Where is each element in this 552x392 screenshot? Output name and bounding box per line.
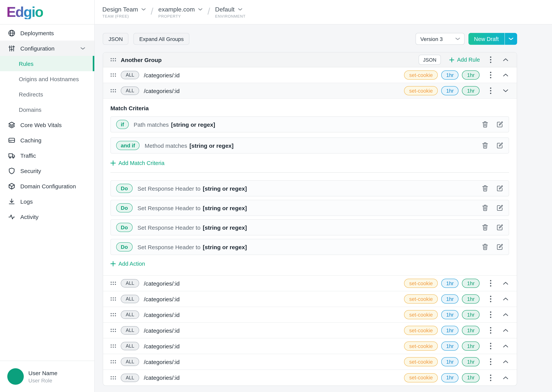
expand-all-groups-button[interactable]: Expand All Groups bbox=[134, 33, 189, 45]
avatar[interactable] bbox=[7, 368, 24, 385]
sidebar-item-origins-and-hostnames[interactable]: Origins and Hostnames bbox=[0, 71, 94, 86]
drag-handle-icon[interactable] bbox=[110, 281, 116, 285]
expand-rule-chevron-icon[interactable] bbox=[503, 282, 508, 285]
sidebar-item-security[interactable]: Security bbox=[0, 163, 94, 178]
sidebar-nav: Deployments Configuration Rules Origins … bbox=[0, 25, 94, 224]
browser-ttl-tag: 1hr bbox=[462, 310, 479, 319]
drag-handle-icon[interactable] bbox=[110, 89, 116, 93]
new-draft-button[interactable]: New Draft bbox=[468, 33, 504, 45]
rule-path: /categories/:id bbox=[144, 87, 180, 94]
expand-rule-chevron-icon[interactable] bbox=[503, 89, 508, 92]
new-draft-menu-button[interactable] bbox=[504, 33, 517, 45]
expand-rule-chevron-icon[interactable] bbox=[503, 73, 508, 77]
browser-ttl-tag: 1hr bbox=[462, 294, 479, 304]
kebab-menu-icon[interactable] bbox=[490, 358, 491, 365]
top-bar: Edgio Design Team TEAM (FREE) / example.… bbox=[0, 0, 552, 25]
edit-button[interactable] bbox=[496, 142, 503, 149]
rule-path: /categories/:id bbox=[144, 327, 180, 334]
edit-button[interactable] bbox=[496, 185, 503, 192]
kebab-menu-icon[interactable] bbox=[490, 280, 491, 287]
rule-row[interactable]: ALL /categories/:id set-cookie 1hr 1hr bbox=[103, 338, 517, 354]
edit-button[interactable] bbox=[496, 204, 503, 211]
drag-handle-icon[interactable] bbox=[110, 344, 116, 348]
sidebar-item-label: Core Web Vitals bbox=[20, 122, 62, 128]
drag-handle-icon[interactable] bbox=[110, 329, 116, 332]
drag-handle-icon[interactable] bbox=[110, 360, 116, 364]
breadcrumb-team[interactable]: Design Team TEAM (FREE) bbox=[102, 6, 146, 18]
kebab-menu-icon[interactable] bbox=[490, 343, 491, 350]
kebab-menu-icon[interactable] bbox=[490, 87, 491, 94]
rule-row[interactable]: ALL /categories/:id set-cookie 1hr 1hr bbox=[103, 276, 517, 291]
condition-pill: if bbox=[116, 120, 129, 129]
rule-row[interactable]: ALL /categories/:id set-cookie 1hr 1hr bbox=[103, 354, 517, 370]
sidebar-item-core-web-vitals[interactable]: Core Web Vitals bbox=[0, 117, 94, 133]
edit-button[interactable] bbox=[496, 224, 503, 231]
json-view-button[interactable]: JSON bbox=[103, 33, 129, 45]
rule-row[interactable]: ALL /categories/:id set-cookie 1hr 1hr bbox=[103, 67, 517, 83]
action-value: [string or regex] bbox=[203, 185, 247, 192]
drag-handle-icon[interactable] bbox=[110, 376, 116, 379]
sidebar-item-logs[interactable]: Logs bbox=[0, 194, 94, 209]
match-criteria-title: Match Criteria bbox=[110, 105, 509, 112]
do-pill: Do bbox=[116, 223, 132, 232]
sidebar-item-domains[interactable]: Domains bbox=[0, 102, 94, 117]
shield-icon bbox=[8, 167, 15, 174]
expand-rule-chevron-icon[interactable] bbox=[503, 376, 508, 379]
drag-handle-icon[interactable] bbox=[110, 313, 116, 317]
breadcrumb-environment[interactable]: Default ENVIRONMENT bbox=[215, 6, 246, 18]
expand-rule-chevron-icon[interactable] bbox=[503, 344, 508, 348]
rule-row[interactable]: ALL /categories/:id set-cookie 1hr 1hr bbox=[103, 291, 517, 307]
method-badge: ALL bbox=[121, 310, 139, 319]
delete-button[interactable] bbox=[482, 204, 488, 211]
rule-row[interactable]: ALL /categories/:id set-cookie 1hr 1hr bbox=[103, 307, 517, 323]
globe-icon bbox=[8, 29, 15, 36]
drag-handle-icon[interactable] bbox=[110, 297, 116, 301]
set-cookie-tag: set-cookie bbox=[404, 294, 438, 304]
add-action-button[interactable]: Add Action bbox=[110, 261, 509, 267]
add-rule-button[interactable]: Add Rule bbox=[450, 57, 480, 63]
sidebar-item-caching[interactable]: Caching bbox=[0, 133, 94, 148]
expand-rule-chevron-icon[interactable] bbox=[503, 297, 508, 301]
sidebar-item-traffic[interactable]: Traffic bbox=[0, 148, 94, 163]
delete-button[interactable] bbox=[482, 185, 488, 192]
drag-handle-icon[interactable] bbox=[110, 73, 116, 77]
edit-button[interactable] bbox=[496, 244, 503, 250]
kebab-menu-icon[interactable] bbox=[490, 295, 491, 302]
browser-ttl-tag: 1hr bbox=[462, 342, 479, 351]
kebab-menu-icon[interactable] bbox=[490, 311, 491, 318]
expand-rule-chevron-icon[interactable] bbox=[503, 313, 508, 316]
rule-row[interactable]: ALL /categories/:id set-cookie 1hr 1hr bbox=[103, 323, 517, 338]
sidebar-item-rules[interactable]: Rules bbox=[0, 56, 94, 71]
version-select[interactable]: Version 3 bbox=[415, 33, 465, 45]
expand-rule-chevron-icon[interactable] bbox=[503, 360, 508, 363]
group-json-button[interactable]: JSON bbox=[418, 55, 441, 65]
kebab-menu-icon[interactable] bbox=[490, 327, 491, 334]
user-area[interactable]: User Name User Role bbox=[0, 361, 94, 392]
sidebar-item-configuration[interactable]: Configuration bbox=[0, 41, 94, 56]
collapse-group-chevron-icon[interactable] bbox=[503, 58, 508, 61]
delete-button[interactable] bbox=[482, 142, 488, 149]
add-match-criteria-button[interactable]: Add Match Criteria bbox=[110, 160, 509, 166]
action-card: Do Set Response Header to [string or reg… bbox=[110, 239, 509, 255]
sidebar-item-deployments[interactable]: Deployments bbox=[0, 25, 94, 41]
kebab-menu-icon[interactable] bbox=[490, 56, 491, 63]
kebab-menu-icon[interactable] bbox=[490, 72, 491, 78]
drag-handle-icon[interactable] bbox=[110, 58, 116, 62]
breadcrumb-team-sublabel: TEAM (FREE) bbox=[102, 14, 146, 18]
set-cookie-tag: set-cookie bbox=[404, 279, 438, 288]
delete-button[interactable] bbox=[482, 224, 488, 231]
kebab-menu-icon[interactable] bbox=[490, 374, 491, 381]
rule-row[interactable]: ALL /categories/:id set-cookie 1hr 1hr bbox=[103, 83, 517, 99]
breadcrumb-property[interactable]: example.com PROPERTY bbox=[158, 6, 202, 18]
delete-button[interactable] bbox=[482, 121, 488, 128]
delete-button[interactable] bbox=[482, 244, 488, 250]
method-badge: ALL bbox=[121, 86, 139, 95]
edit-button[interactable] bbox=[496, 121, 503, 128]
rule-row[interactable]: ALL /categories/:id set-cookie 1hr 1hr bbox=[103, 370, 517, 385]
sidebar-item-redirects[interactable]: Redirects bbox=[0, 86, 94, 102]
sidebar-item-activity[interactable]: Activity bbox=[0, 209, 94, 224]
sidebar-item-domain-configuration[interactable]: Domain Configuration bbox=[0, 178, 94, 194]
edge-ttl-tag: 1hr bbox=[441, 310, 459, 319]
chevron-down-icon bbox=[80, 47, 85, 49]
expand-rule-chevron-icon[interactable] bbox=[503, 329, 508, 332]
